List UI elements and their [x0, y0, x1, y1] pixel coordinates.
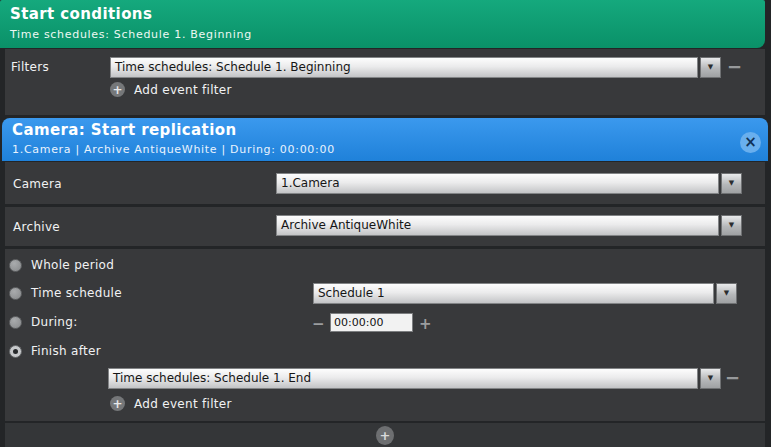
camera-label: Camera: [13, 177, 62, 191]
archive-dropdown[interactable]: Archive AntiqueWhite ▼: [276, 215, 742, 236]
add-event-filter-button-2[interactable]: + Add event filter: [110, 396, 232, 411]
close-icon[interactable]: ×: [740, 132, 761, 153]
option-during-label[interactable]: During:: [31, 315, 77, 329]
chevron-down-icon[interactable]: ▼: [721, 173, 742, 194]
chevron-down-icon[interactable]: ▼: [700, 57, 721, 78]
camera-row: Camera 1.Camera ▼: [5, 162, 765, 204]
camera-action-subtitle: 1.Camera | Archive AntiqueWhite | During…: [12, 143, 335, 156]
during-decrement-button[interactable]: −: [312, 317, 325, 332]
add-event-filter-label[interactable]: Add event filter: [134, 83, 232, 97]
start-filter-dropdown-value[interactable]: Time schedules: Schedule 1. Beginning: [110, 57, 698, 78]
archive-row: Archive Archive AntiqueWhite ▼: [5, 207, 765, 246]
option-time-schedule-label[interactable]: Time schedule: [31, 286, 122, 300]
start-conditions-header: Start conditions Time schedules: Schedul…: [0, 0, 765, 48]
option-whole-period-label[interactable]: Whole period: [31, 258, 114, 272]
option-time-schedule[interactable]: Time schedule: [9, 286, 122, 300]
add-action-bar: +: [5, 423, 765, 447]
plus-icon[interactable]: +: [110, 82, 125, 97]
plus-icon[interactable]: +: [110, 396, 125, 411]
camera-dropdown[interactable]: 1.Camera ▼: [276, 173, 742, 194]
add-event-filter-button[interactable]: + Add event filter: [110, 82, 232, 97]
time-schedule-dropdown-value[interactable]: Schedule 1: [313, 283, 714, 304]
archive-label: Archive: [13, 220, 60, 234]
camera-action-title: Camera: Start replication: [12, 121, 236, 139]
radio-whole-period[interactable]: [9, 259, 22, 272]
option-during[interactable]: During:: [9, 315, 77, 329]
start-filter-dropdown[interactable]: Time schedules: Schedule 1. Beginning ▼: [110, 57, 721, 78]
remove-filter-button[interactable]: −: [727, 58, 742, 76]
remove-finish-filter-button[interactable]: −: [725, 369, 740, 387]
camera-action-header: Camera: Start replication 1.Camera | Arc…: [2, 118, 768, 161]
start-conditions-subtitle: Time schedules: Schedule 1. Beginning: [10, 28, 252, 41]
option-finish-after[interactable]: Finish after: [9, 344, 101, 358]
filters-label: Filters: [11, 60, 49, 74]
camera-dropdown-value[interactable]: 1.Camera: [276, 173, 719, 194]
radio-during[interactable]: [9, 316, 22, 329]
option-finish-after-label[interactable]: Finish after: [31, 344, 101, 358]
period-options-section: Whole period Time schedule Schedule 1 ▼ …: [5, 249, 765, 421]
chevron-down-icon[interactable]: ▼: [700, 368, 721, 389]
chevron-down-icon[interactable]: ▼: [721, 215, 742, 236]
radio-time-schedule[interactable]: [9, 287, 22, 300]
finish-filter-dropdown[interactable]: Time schedules: Schedule 1. End ▼: [108, 368, 721, 389]
start-conditions-title: Start conditions: [10, 5, 152, 23]
radio-finish-after[interactable]: [9, 345, 22, 358]
add-event-filter-label-2[interactable]: Add event filter: [134, 397, 232, 411]
time-schedule-dropdown[interactable]: Schedule 1 ▼: [313, 283, 737, 304]
during-increment-button[interactable]: +: [419, 317, 432, 332]
during-time-input[interactable]: [330, 313, 413, 332]
finish-filter-dropdown-value[interactable]: Time schedules: Schedule 1. End: [108, 368, 698, 389]
archive-dropdown-value[interactable]: Archive AntiqueWhite: [276, 215, 719, 236]
add-action-plus-icon[interactable]: +: [376, 426, 394, 445]
event-rule-editor: Start conditions Time schedules: Schedul…: [0, 0, 771, 447]
chevron-down-icon[interactable]: ▼: [716, 283, 737, 304]
filters-section: Filters Time schedules: Schedule 1. Begi…: [5, 49, 765, 115]
option-whole-period[interactable]: Whole period: [9, 258, 114, 272]
